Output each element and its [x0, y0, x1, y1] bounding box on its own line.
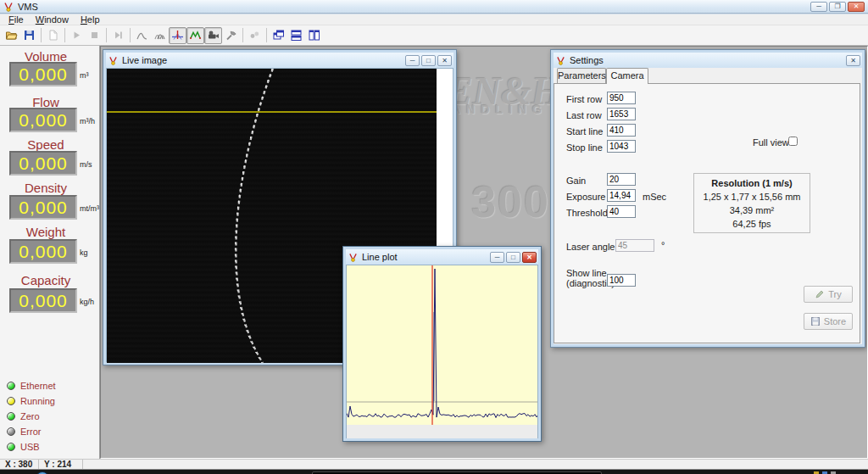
line-plot-title: Line plot	[362, 252, 488, 262]
live-image-close-button[interactable]: ✕	[437, 55, 452, 66]
restore-button[interactable]: ❐	[829, 2, 846, 12]
start-line-label: Start line	[566, 126, 603, 137]
running-led-icon	[7, 397, 15, 405]
line-plot-client	[346, 265, 538, 438]
new-document-icon	[44, 27, 62, 44]
first-row-input[interactable]	[607, 92, 636, 104]
stop-line-label: Stop line	[566, 142, 603, 153]
ethernet-led-icon	[7, 382, 15, 390]
last-row-input[interactable]	[607, 108, 636, 120]
settings-client: Parameters Camera First row Last row Sta…	[554, 68, 862, 344]
density-unit: mt/m³	[80, 204, 100, 213]
toolbar-separator	[242, 28, 243, 42]
main-title-bar[interactable]: VMS ─ ❐ ✕	[0, 0, 868, 14]
zero-status: Zero	[7, 411, 40, 421]
tab-camera[interactable]: Camera	[606, 68, 648, 84]
live-image-title-bar[interactable]: Live image ─ □ ✕	[106, 53, 453, 68]
usb-status: USB	[7, 442, 40, 452]
gain-input[interactable]	[607, 173, 636, 186]
speed-unit: m/s	[80, 160, 100, 169]
weight-label: Weight	[0, 225, 92, 239]
line-plot-chart	[347, 265, 537, 425]
weight-display: 0,000	[9, 239, 77, 264]
menu-help[interactable]: Help	[75, 14, 105, 25]
menu-bar: File Window Help	[0, 14, 868, 25]
camera-tab-panel: First row Last row Start line Stop line …	[554, 83, 860, 343]
start-line-input[interactable]	[607, 124, 636, 137]
resolution-title: Resolution (1 m/s)	[694, 178, 810, 188]
capacity-display: 0,000	[9, 288, 77, 313]
resolution-dimensions: 1,25 x 1,77 x 15,56 mm	[694, 192, 810, 202]
tile-vertical-icon[interactable]	[305, 27, 323, 44]
exposure-label: Exposure	[566, 192, 605, 202]
line-plot-close-button[interactable]: ✕	[522, 252, 537, 263]
close-button[interactable]: ✕	[848, 2, 865, 12]
settings-title: Settings	[570, 55, 844, 65]
hammer-icon[interactable]	[222, 27, 240, 44]
minimize-button[interactable]: ─	[810, 2, 827, 12]
laser-peak-icon[interactable]	[169, 27, 186, 44]
resolution-area: 34,39 mm²	[694, 205, 810, 215]
menu-file[interactable]: File	[3, 14, 29, 25]
stop-line-input[interactable]	[607, 140, 636, 153]
resolution-fps: 64,25 fps	[694, 219, 810, 229]
show-line-label: Show line	[566, 268, 607, 278]
laser-profile-arc	[236, 69, 273, 363]
line-plot-minimize-button[interactable]: ─	[490, 252, 504, 263]
zero-led-icon	[7, 412, 15, 421]
toolbar-separator	[41, 28, 42, 42]
try-button[interactable]: Try	[804, 286, 853, 303]
live-image-minimize-button[interactable]: ─	[405, 55, 420, 66]
speed-display: 0,000	[9, 151, 77, 176]
line-plot-maximize-button[interactable]: □	[506, 252, 520, 263]
status-bar: X : 380 Y : 214	[0, 459, 868, 469]
dots-icon	[246, 27, 264, 44]
multi-peak-icon[interactable]	[151, 27, 169, 44]
green-profile-icon[interactable]	[186, 27, 204, 44]
line-plot-window-icon	[348, 253, 358, 262]
toolbar-separator	[130, 28, 131, 42]
tile-horizontal-icon[interactable]	[287, 27, 305, 44]
error-status: Error	[7, 427, 41, 437]
line-plot-title-bar[interactable]: Line plot ─ □ ✕	[346, 249, 538, 265]
laser-angle-unit: °	[661, 240, 665, 250]
tab-parameters[interactable]: Parameters	[557, 68, 606, 83]
camera-icon[interactable]	[204, 27, 222, 44]
first-row-label: First row	[566, 94, 602, 104]
last-row-label: Last row	[566, 110, 602, 120]
cursor-y-readout: Y : 214	[39, 460, 83, 469]
capacity-unit: kg/h	[80, 298, 100, 306]
peak-icon[interactable]	[133, 27, 151, 44]
open-folder-icon[interactable]	[3, 27, 20, 44]
capacity-label: Capacity	[0, 273, 92, 287]
stop-icon	[86, 27, 103, 44]
save-icon[interactable]	[20, 27, 38, 44]
exposure-unit: mSec	[643, 192, 666, 202]
live-image-window-icon	[108, 56, 118, 65]
app-title: VMS	[18, 2, 38, 12]
settings-close-button[interactable]: ✕	[846, 55, 860, 66]
full-view-checkbox[interactable]	[788, 137, 798, 146]
menu-window[interactable]: Window	[31, 14, 74, 25]
running-status: Running	[7, 396, 55, 406]
settings-window: Settings ✕ Parameters Camera First row L…	[550, 49, 865, 348]
windows-taskbar	[0, 469, 868, 474]
resolution-groupbox: Resolution (1 m/s) 1,25 x 1,77 x 15,56 m…	[693, 173, 810, 233]
play-icon	[68, 27, 86, 44]
density-display: 0,000	[9, 195, 77, 220]
settings-title-bar[interactable]: Settings ✕	[554, 53, 862, 68]
store-button[interactable]: Store	[804, 313, 853, 330]
show-line-input[interactable]	[607, 274, 636, 287]
threshold-label: Threshold	[566, 208, 608, 218]
toolbar-separator	[64, 28, 65, 42]
exposure-input[interactable]	[607, 189, 636, 202]
live-image-maximize-button[interactable]: □	[421, 55, 436, 66]
threshold-input[interactable]	[607, 205, 636, 218]
vms-application-window: VMS ─ ❐ ✕ File Window Help	[0, 0, 868, 474]
toolbar-separator	[266, 28, 267, 42]
line-plot-tray	[347, 425, 537, 438]
cascade-windows-icon[interactable]	[270, 27, 287, 44]
ethernet-status: Ethernet	[7, 381, 56, 391]
usb-led-icon	[7, 443, 15, 451]
vms-app-icon	[3, 2, 14, 12]
